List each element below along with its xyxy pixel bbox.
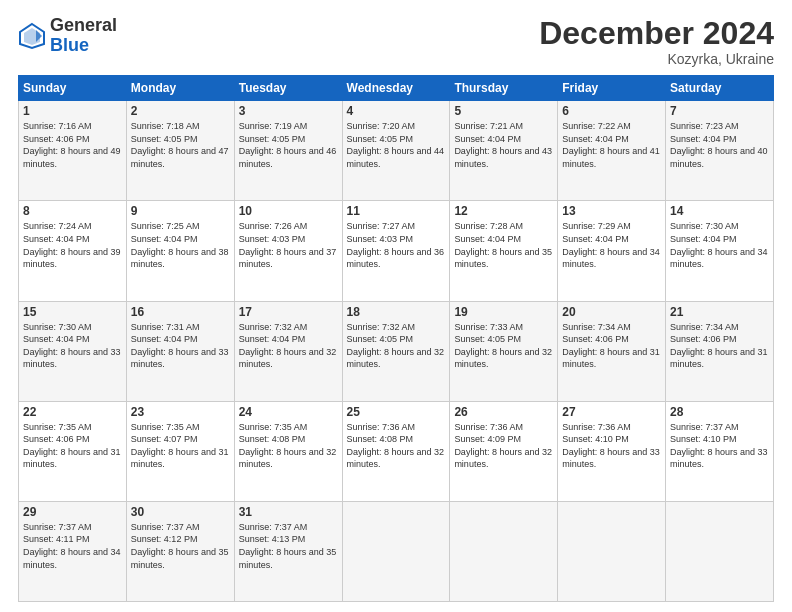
title-block: December 2024 Kozyrka, Ukraine	[539, 16, 774, 67]
week-row-4: 22 Sunrise: 7:35 AMSunset: 4:06 PMDaylig…	[19, 401, 774, 501]
day-info: Sunrise: 7:24 AMSunset: 4:04 PMDaylight:…	[23, 221, 121, 269]
logo-icon	[18, 22, 46, 50]
day-number: 7	[670, 104, 769, 118]
day-info: Sunrise: 7:35 AMSunset: 4:07 PMDaylight:…	[131, 422, 229, 470]
calendar-cell: 10 Sunrise: 7:26 AMSunset: 4:03 PMDaylig…	[234, 201, 342, 301]
calendar-cell: 24 Sunrise: 7:35 AMSunset: 4:08 PMDaylig…	[234, 401, 342, 501]
day-number: 30	[131, 505, 230, 519]
calendar-cell: 6 Sunrise: 7:22 AMSunset: 4:04 PMDayligh…	[558, 101, 666, 201]
week-row-5: 29 Sunrise: 7:37 AMSunset: 4:11 PMDaylig…	[19, 501, 774, 601]
day-info: Sunrise: 7:32 AMSunset: 4:05 PMDaylight:…	[347, 322, 445, 370]
day-info: Sunrise: 7:35 AMSunset: 4:08 PMDaylight:…	[239, 422, 337, 470]
day-info: Sunrise: 7:34 AMSunset: 4:06 PMDaylight:…	[670, 322, 768, 370]
calendar-table: Sunday Monday Tuesday Wednesday Thursday…	[18, 75, 774, 602]
calendar-cell: 12 Sunrise: 7:28 AMSunset: 4:04 PMDaylig…	[450, 201, 558, 301]
day-number: 20	[562, 305, 661, 319]
day-number: 11	[347, 204, 446, 218]
day-number: 21	[670, 305, 769, 319]
day-info: Sunrise: 7:25 AMSunset: 4:04 PMDaylight:…	[131, 221, 229, 269]
day-number: 18	[347, 305, 446, 319]
day-info: Sunrise: 7:31 AMSunset: 4:04 PMDaylight:…	[131, 322, 229, 370]
day-info: Sunrise: 7:36 AMSunset: 4:09 PMDaylight:…	[454, 422, 552, 470]
day-number: 9	[131, 204, 230, 218]
calendar-cell: 5 Sunrise: 7:21 AMSunset: 4:04 PMDayligh…	[450, 101, 558, 201]
day-info: Sunrise: 7:36 AMSunset: 4:10 PMDaylight:…	[562, 422, 660, 470]
day-number: 4	[347, 104, 446, 118]
calendar-cell: 18 Sunrise: 7:32 AMSunset: 4:05 PMDaylig…	[342, 301, 450, 401]
day-info: Sunrise: 7:32 AMSunset: 4:04 PMDaylight:…	[239, 322, 337, 370]
day-number: 10	[239, 204, 338, 218]
calendar-cell: 1 Sunrise: 7:16 AMSunset: 4:06 PMDayligh…	[19, 101, 127, 201]
day-info: Sunrise: 7:16 AMSunset: 4:06 PMDaylight:…	[23, 121, 121, 169]
calendar-cell: 2 Sunrise: 7:18 AMSunset: 4:05 PMDayligh…	[126, 101, 234, 201]
calendar-cell: 8 Sunrise: 7:24 AMSunset: 4:04 PMDayligh…	[19, 201, 127, 301]
day-info: Sunrise: 7:27 AMSunset: 4:03 PMDaylight:…	[347, 221, 445, 269]
day-info: Sunrise: 7:37 AMSunset: 4:13 PMDaylight:…	[239, 522, 337, 570]
day-info: Sunrise: 7:36 AMSunset: 4:08 PMDaylight:…	[347, 422, 445, 470]
col-tuesday: Tuesday	[234, 76, 342, 101]
day-info: Sunrise: 7:37 AMSunset: 4:10 PMDaylight:…	[670, 422, 768, 470]
col-monday: Monday	[126, 76, 234, 101]
calendar-cell: 13 Sunrise: 7:29 AMSunset: 4:04 PMDaylig…	[558, 201, 666, 301]
day-info: Sunrise: 7:34 AMSunset: 4:06 PMDaylight:…	[562, 322, 660, 370]
day-number: 29	[23, 505, 122, 519]
day-info: Sunrise: 7:37 AMSunset: 4:12 PMDaylight:…	[131, 522, 229, 570]
day-info: Sunrise: 7:23 AMSunset: 4:04 PMDaylight:…	[670, 121, 768, 169]
day-number: 19	[454, 305, 553, 319]
day-number: 16	[131, 305, 230, 319]
col-friday: Friday	[558, 76, 666, 101]
day-number: 8	[23, 204, 122, 218]
calendar-cell: 14 Sunrise: 7:30 AMSunset: 4:04 PMDaylig…	[666, 201, 774, 301]
calendar-cell: 21 Sunrise: 7:34 AMSunset: 4:06 PMDaylig…	[666, 301, 774, 401]
day-number: 31	[239, 505, 338, 519]
col-sunday: Sunday	[19, 76, 127, 101]
week-row-1: 1 Sunrise: 7:16 AMSunset: 4:06 PMDayligh…	[19, 101, 774, 201]
day-number: 3	[239, 104, 338, 118]
calendar-cell: 27 Sunrise: 7:36 AMSunset: 4:10 PMDaylig…	[558, 401, 666, 501]
day-number: 22	[23, 405, 122, 419]
calendar-page: General Blue December 2024 Kozyrka, Ukra…	[0, 0, 792, 612]
logo-text: General Blue	[50, 16, 117, 56]
calendar-cell	[342, 501, 450, 601]
day-number: 24	[239, 405, 338, 419]
day-number: 6	[562, 104, 661, 118]
day-info: Sunrise: 7:28 AMSunset: 4:04 PMDaylight:…	[454, 221, 552, 269]
calendar-cell: 22 Sunrise: 7:35 AMSunset: 4:06 PMDaylig…	[19, 401, 127, 501]
day-number: 26	[454, 405, 553, 419]
day-info: Sunrise: 7:35 AMSunset: 4:06 PMDaylight:…	[23, 422, 121, 470]
calendar-cell: 7 Sunrise: 7:23 AMSunset: 4:04 PMDayligh…	[666, 101, 774, 201]
month-title: December 2024	[539, 16, 774, 51]
day-info: Sunrise: 7:37 AMSunset: 4:11 PMDaylight:…	[23, 522, 121, 570]
day-info: Sunrise: 7:19 AMSunset: 4:05 PMDaylight:…	[239, 121, 337, 169]
calendar-cell: 28 Sunrise: 7:37 AMSunset: 4:10 PMDaylig…	[666, 401, 774, 501]
calendar-cell: 29 Sunrise: 7:37 AMSunset: 4:11 PMDaylig…	[19, 501, 127, 601]
day-number: 14	[670, 204, 769, 218]
calendar-cell: 4 Sunrise: 7:20 AMSunset: 4:05 PMDayligh…	[342, 101, 450, 201]
day-info: Sunrise: 7:20 AMSunset: 4:05 PMDaylight:…	[347, 121, 445, 169]
location: Kozyrka, Ukraine	[539, 51, 774, 67]
calendar-cell: 30 Sunrise: 7:37 AMSunset: 4:12 PMDaylig…	[126, 501, 234, 601]
day-info: Sunrise: 7:29 AMSunset: 4:04 PMDaylight:…	[562, 221, 660, 269]
day-number: 2	[131, 104, 230, 118]
calendar-cell: 11 Sunrise: 7:27 AMSunset: 4:03 PMDaylig…	[342, 201, 450, 301]
week-row-2: 8 Sunrise: 7:24 AMSunset: 4:04 PMDayligh…	[19, 201, 774, 301]
calendar-cell	[666, 501, 774, 601]
calendar-cell: 3 Sunrise: 7:19 AMSunset: 4:05 PMDayligh…	[234, 101, 342, 201]
col-saturday: Saturday	[666, 76, 774, 101]
day-number: 17	[239, 305, 338, 319]
page-header: General Blue December 2024 Kozyrka, Ukra…	[18, 16, 774, 67]
week-row-3: 15 Sunrise: 7:30 AMSunset: 4:04 PMDaylig…	[19, 301, 774, 401]
day-info: Sunrise: 7:33 AMSunset: 4:05 PMDaylight:…	[454, 322, 552, 370]
calendar-cell: 31 Sunrise: 7:37 AMSunset: 4:13 PMDaylig…	[234, 501, 342, 601]
calendar-cell: 9 Sunrise: 7:25 AMSunset: 4:04 PMDayligh…	[126, 201, 234, 301]
col-thursday: Thursday	[450, 76, 558, 101]
logo-blue: Blue	[50, 36, 117, 56]
day-info: Sunrise: 7:22 AMSunset: 4:04 PMDaylight:…	[562, 121, 660, 169]
calendar-cell: 26 Sunrise: 7:36 AMSunset: 4:09 PMDaylig…	[450, 401, 558, 501]
day-number: 15	[23, 305, 122, 319]
day-number: 12	[454, 204, 553, 218]
calendar-cell: 15 Sunrise: 7:30 AMSunset: 4:04 PMDaylig…	[19, 301, 127, 401]
day-info: Sunrise: 7:30 AMSunset: 4:04 PMDaylight:…	[23, 322, 121, 370]
calendar-cell: 17 Sunrise: 7:32 AMSunset: 4:04 PMDaylig…	[234, 301, 342, 401]
day-info: Sunrise: 7:30 AMSunset: 4:04 PMDaylight:…	[670, 221, 768, 269]
